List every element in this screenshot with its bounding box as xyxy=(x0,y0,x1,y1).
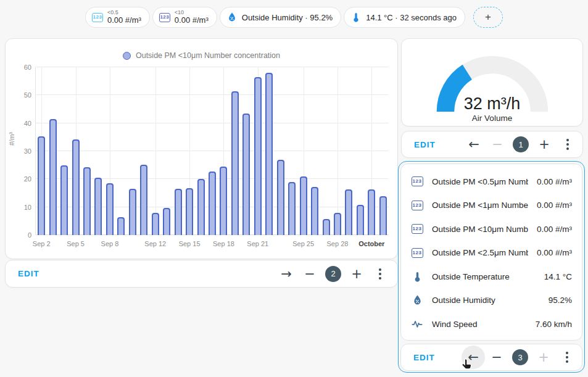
kebab-menu-icon[interactable] xyxy=(557,133,579,155)
chart-bar xyxy=(254,77,262,235)
chart-bar xyxy=(379,196,387,235)
chart-bar xyxy=(140,165,147,235)
entity-row[interactable]: 123Outside PM <2.5μm Number co...0.00 #/… xyxy=(411,241,572,265)
counter-icon: 123 xyxy=(411,224,423,234)
minus-button[interactable]: − xyxy=(299,263,321,285)
entity-row[interactable]: 123Outside PM <10μm Number con...0.00 #/… xyxy=(411,217,572,241)
chart-bar xyxy=(186,188,193,235)
chart-bar xyxy=(220,167,227,235)
badge-chip-row: 123 <0.5 0.00 #/m³ 123 <10 0.00 #/m³ Out… xyxy=(0,6,588,28)
water-percent-icon xyxy=(411,294,423,306)
edit-button[interactable]: EDIT xyxy=(414,140,436,149)
edit-button[interactable]: EDIT xyxy=(413,353,435,362)
legend-marker-icon xyxy=(123,52,131,60)
edit-button[interactable]: EDIT xyxy=(18,269,39,278)
gauge-toolbar-controls: ← − 1 + xyxy=(463,133,579,155)
chip-pm05[interactable]: 123 <0.5 0.00 #/m³ xyxy=(85,7,150,28)
position-badge[interactable]: 2 xyxy=(325,266,341,282)
chart-bar xyxy=(38,136,45,235)
kebab-menu-icon[interactable] xyxy=(369,263,391,285)
chart-bar xyxy=(242,114,250,235)
chart-legend[interactable]: Outside PM <10μm Number concentration xyxy=(6,51,397,60)
y-tick-label: 50 xyxy=(24,91,31,99)
entity-name: Outside PM <0.5μm Number co... xyxy=(432,177,528,186)
entities-toolbar-controls: ← − 3 + xyxy=(462,346,578,368)
entity-value: 0.00 #/m³ xyxy=(537,248,572,257)
plus-button[interactable]: + xyxy=(346,263,368,285)
chip-humidity[interactable]: Outside Humidity · 95.2% xyxy=(220,7,341,28)
position-badge[interactable]: 1 xyxy=(513,136,529,152)
chart-bar xyxy=(83,167,91,235)
kebab-menu-icon[interactable] xyxy=(556,346,578,368)
chart-bar xyxy=(152,213,159,235)
plus-button-disabled: + xyxy=(532,346,555,368)
thermometer-icon xyxy=(411,271,423,283)
legend-label: Outside PM <10μm Number concentration xyxy=(136,51,280,60)
entities-card: 123Outside PM <0.5μm Number co...0.00 #/… xyxy=(400,164,582,341)
entity-row[interactable]: 123Outside PM <1μm Number conc...0.00 #/… xyxy=(411,194,572,218)
plus-button[interactable]: + xyxy=(533,133,555,155)
chip-humidity-text: Outside Humidity · 95.2% xyxy=(242,13,333,22)
chart-bar xyxy=(334,213,341,235)
chart-bar xyxy=(300,176,307,235)
chart-bar xyxy=(72,139,80,235)
chart-bar xyxy=(345,189,352,235)
y-axis-title: #/m³ xyxy=(8,132,15,146)
arrow-right-icon[interactable]: → xyxy=(275,263,297,285)
x-tick-label: Sep 21 xyxy=(247,240,268,247)
entity-row[interactable]: Outside Temperature14.1 °C xyxy=(411,265,572,289)
chart-bar xyxy=(117,217,125,235)
chart-bar xyxy=(277,160,284,235)
x-tick-label: Sep 2 xyxy=(33,240,51,247)
entity-value: 0.00 #/m³ xyxy=(537,177,572,186)
chip-pm10[interactable]: 123 <10 0.00 #/m³ xyxy=(152,7,217,28)
y-tick-label: 20 xyxy=(24,175,31,183)
x-tick-label: October xyxy=(358,240,384,247)
x-tick-label: Sep 15 xyxy=(179,240,201,247)
chart-bar xyxy=(129,189,136,235)
arrow-left-icon[interactable]: ← xyxy=(462,346,484,368)
entity-row[interactable]: Outside Humidity95.2% xyxy=(411,289,572,313)
entity-value: 0.00 #/m³ xyxy=(537,201,572,210)
arrow-left-icon[interactable]: ← xyxy=(463,133,485,155)
entity-value: 14.1 °C xyxy=(544,272,572,281)
chart-bar xyxy=(60,165,68,235)
chart-bar xyxy=(49,119,57,235)
entity-row[interactable]: 123Outside PM <0.5μm Number co...0.00 #/… xyxy=(411,170,572,194)
chart-bar xyxy=(288,182,296,235)
chart-bar xyxy=(323,219,330,235)
water-percent-icon xyxy=(226,12,238,23)
counter-icon: 123 xyxy=(411,176,423,186)
plus-icon: + xyxy=(485,11,491,23)
history-chart-card[interactable]: Outside PM <10μm Number concentration #/… xyxy=(5,38,398,259)
gauge-value: 32 m³/h xyxy=(402,94,582,114)
entities-card-toolbar: EDIT ← − 3 + xyxy=(400,344,582,371)
thermometer-icon xyxy=(350,12,362,23)
chart-bar xyxy=(231,91,239,235)
minus-button-disabled: − xyxy=(486,133,508,155)
chart-card-toolbar: EDIT → − 2 + xyxy=(5,260,398,288)
chip-temperature[interactable]: 14.1 °C · 32 seconds ago xyxy=(344,7,465,28)
minus-button[interactable]: − xyxy=(486,346,508,368)
selected-section-outline: 123Outside PM <0.5μm Number co...0.00 #/… xyxy=(398,161,585,373)
entity-name: Outside PM <1μm Number conc... xyxy=(432,201,528,210)
chart-bar xyxy=(106,183,114,235)
position-badge[interactable]: 3 xyxy=(512,349,528,365)
y-tick-label: 10 xyxy=(24,204,31,211)
chip-temperature-text: 14.1 °C · 32 seconds ago xyxy=(366,13,457,22)
entity-name: Outside Temperature xyxy=(432,272,536,281)
chip-pm10-value: 0.00 #/m³ xyxy=(175,16,209,25)
entity-value: 7.60 km/h xyxy=(536,320,572,329)
gauge-name: Air Volume xyxy=(402,114,582,123)
x-tick-label: Sep 8 xyxy=(101,240,119,247)
chart-bar xyxy=(311,187,318,235)
chart-bar xyxy=(175,189,182,235)
y-tick-label: 40 xyxy=(24,120,31,127)
entity-value: 0.00 #/m³ xyxy=(537,225,572,234)
chart-bar xyxy=(94,178,102,235)
y-tick-label: 0 xyxy=(28,231,31,239)
add-card-button[interactable]: + xyxy=(473,7,503,28)
entity-row[interactable]: Wind Speed7.60 km/h xyxy=(411,312,572,336)
chart-bar xyxy=(357,205,364,235)
gauge-card[interactable]: 32 m³/h Air Volume xyxy=(401,38,583,126)
